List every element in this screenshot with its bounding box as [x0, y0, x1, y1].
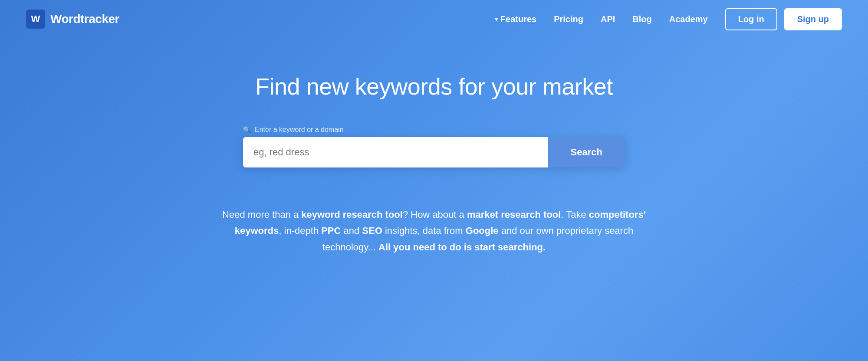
nav-blog[interactable]: Blog [632, 14, 651, 24]
search-container: 🔍 Enter a keyword or a domain Search [243, 126, 625, 167]
desc-bold6: SEO [362, 225, 382, 236]
search-label: 🔍 Enter a keyword or a domain [243, 126, 625, 134]
nav-pricing[interactable]: Pricing [554, 14, 583, 24]
desc-bold4: keywords [235, 225, 279, 236]
desc-mid4: insights, data from [382, 225, 466, 236]
desc-bold5: PPC [321, 225, 341, 236]
desc-bold3: competitors' [589, 209, 646, 220]
desc-bold2: market research tool [467, 209, 561, 220]
search-box: Search [243, 137, 625, 167]
desc-post2: and our own proprietary search [499, 225, 634, 236]
nav-features[interactable]: ▾ Features [495, 14, 536, 24]
search-icon: 🔍 [243, 126, 251, 134]
nav-academy[interactable]: Academy [669, 14, 708, 24]
search-input[interactable] [243, 137, 548, 167]
desc-bold8: All you need to do is start searching. [378, 242, 546, 253]
desc-mid5: technology... [322, 242, 378, 253]
nav-right: ▾ Features Pricing API Blog Academy Log … [495, 8, 842, 30]
nav-api[interactable]: API [601, 14, 615, 24]
signup-button[interactable]: Sign up [784, 8, 842, 30]
search-button[interactable]: Search [548, 137, 625, 167]
logo[interactable]: W Wordtracker [26, 10, 119, 29]
nav-buttons: Log in Sign up [725, 8, 842, 30]
login-button[interactable]: Log in [725, 8, 777, 30]
chevron-down-icon: ▾ [495, 16, 498, 23]
header: W Wordtracker ▾ Features Pricing API Blo… [0, 0, 868, 38]
desc-bold7: Google [466, 225, 499, 236]
desc-mid3: and [341, 225, 362, 236]
desc-pre1: Need more than a [222, 209, 301, 220]
nav-links: ▾ Features Pricing API Blog Academy [495, 14, 708, 24]
hero-section: Find new keywords for your market 🔍 Ente… [0, 38, 868, 255]
hero-title: Find new keywords for your market [255, 73, 613, 100]
description: Need more than a keyword research tool? … [222, 207, 646, 255]
logo-icon: W [26, 10, 45, 29]
brand-name: Wordtracker [50, 12, 119, 26]
desc-bold1: keyword research tool [301, 209, 403, 220]
desc-post1: . Take [561, 209, 589, 220]
desc-mid1: ? How about a [403, 209, 467, 220]
desc-mid2: , in-depth [279, 225, 321, 236]
